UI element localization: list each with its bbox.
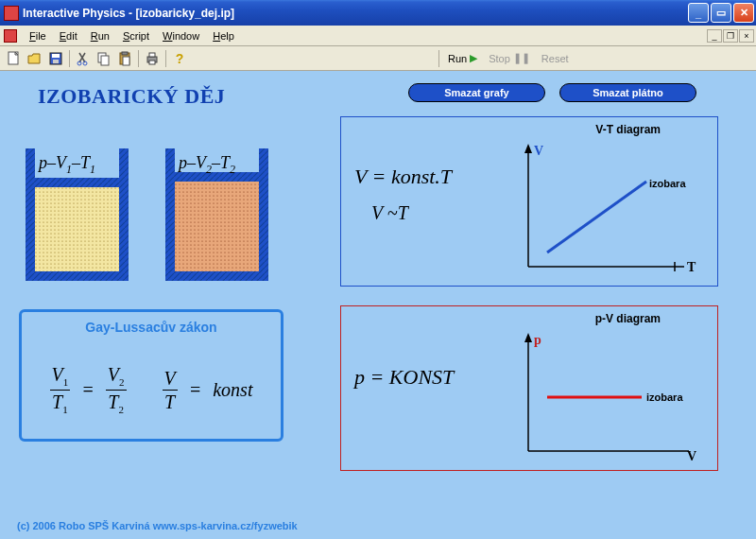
cylinder-2: p–V2–T2	[163, 148, 271, 283]
app-icon	[4, 6, 19, 21]
clear-canvas-button[interactable]: Smazat plátno	[559, 83, 696, 102]
menu-script[interactable]: Script	[116, 28, 156, 43]
svg-rect-16	[35, 186, 119, 271]
vt-formula-2: V ~T	[371, 202, 452, 224]
pv-formula-1: p = KONST	[354, 365, 454, 390]
pv-formula: p = KONST	[354, 365, 454, 390]
pv-graph: p V izobara	[509, 333, 698, 465]
save-file-icon[interactable]	[46, 49, 65, 68]
toolbar-separator	[138, 50, 139, 67]
svg-rect-21	[175, 181, 259, 271]
menu-help[interactable]: Help	[206, 28, 241, 43]
toolbar: ? Run▶ Stop❚❚ Reset	[0, 46, 756, 71]
minimize-button[interactable]: _	[688, 3, 709, 23]
cylinder-1-label: p–V1–T1	[39, 153, 95, 177]
svg-rect-3	[53, 60, 59, 63]
run-button[interactable]: Run▶	[442, 50, 483, 66]
cylinder-1: p–V1–T1	[23, 148, 131, 283]
run-label: Run	[448, 53, 467, 64]
konst-text: konst	[213, 379, 252, 401]
clear-graphs-button[interactable]: Smazat grafy	[408, 83, 545, 102]
menu-bar: File Edit Run Script Window Help _ ❐ ×	[0, 26, 756, 46]
menu-window[interactable]: Window	[156, 28, 206, 43]
law-equation: V1T1 = V2T2 VT = konst	[22, 365, 281, 415]
svg-rect-10	[123, 57, 129, 65]
cut-icon[interactable]	[74, 49, 93, 68]
print-icon[interactable]	[143, 49, 162, 68]
simulation-canvas: IZOBARICKÝ DĚJ Smazat grafy Smazat plátn…	[0, 71, 756, 539]
svg-rect-13	[149, 61, 155, 64]
law-box: Gay-Lussacův zákon V1T1 = V2T2 VT = kons…	[19, 309, 284, 442]
copy-icon[interactable]	[94, 49, 113, 68]
svg-line-28	[547, 182, 646, 252]
menu-run[interactable]: Run	[84, 28, 116, 43]
mdi-minimize-button[interactable]: _	[707, 29, 722, 43]
svg-rect-2	[52, 54, 60, 58]
toolbar-separator	[165, 50, 166, 67]
pv-x-axis-label: V	[687, 449, 696, 463]
mdi-system-icon[interactable]	[4, 29, 17, 43]
toolbar-separator	[438, 50, 439, 67]
vt-formula: V = konst.T V ~T	[354, 165, 452, 224]
window-title: Interactive Physics - [izobaricky_dej.ip…	[23, 7, 688, 20]
mdi-controls: _ ❐ ×	[707, 29, 754, 43]
svg-rect-12	[149, 53, 155, 57]
stop-button[interactable]: Stop❚❚	[483, 50, 536, 66]
help-icon[interactable]: ?	[170, 49, 189, 68]
window-controls: _ ▭ ✕	[688, 3, 754, 23]
pv-diagram-panel: p-V diagram p = KONST p V izobara	[340, 305, 718, 471]
menu-file[interactable]: File	[23, 28, 53, 43]
pause-icon: ❚❚	[513, 52, 530, 64]
maximize-button[interactable]: ▭	[711, 3, 731, 23]
pv-y-axis-label: p	[534, 333, 541, 347]
svg-marker-25	[524, 144, 532, 153]
vt-series-label: izobara	[649, 178, 686, 189]
svg-rect-9	[122, 52, 128, 55]
play-icon: ▶	[470, 52, 477, 64]
open-file-icon[interactable]	[26, 49, 44, 68]
mdi-close-button[interactable]: ×	[739, 29, 754, 43]
stop-label: Stop	[489, 53, 510, 64]
pv-title: p-V diagram	[595, 312, 661, 325]
reset-label: Reset	[541, 53, 569, 64]
vt-title: V-T diagram	[595, 123, 661, 136]
window-titlebar: Interactive Physics - [izobaricky_dej.ip…	[0, 0, 756, 26]
paste-icon[interactable]	[115, 49, 134, 68]
toolbar-separator	[69, 50, 70, 67]
vt-diagram-panel: V-T diagram V = konst.T V ~T V T izobara	[340, 116, 718, 287]
vt-y-axis-label: V	[534, 144, 543, 158]
close-button[interactable]: ✕	[733, 3, 754, 23]
cylinder-2-label: p–V2–T2	[179, 153, 235, 177]
svg-marker-30	[524, 333, 532, 342]
law-title: Gay-Lussacův zákon	[22, 320, 281, 335]
svg-rect-7	[101, 56, 109, 65]
new-file-icon[interactable]	[5, 49, 24, 68]
vt-graph: V T izobara	[509, 144, 698, 281]
vt-formula-1: V = konst.T	[354, 165, 452, 189]
mdi-restore-button[interactable]: ❐	[723, 29, 738, 43]
footer-credit: (c) 2006 Robo SPŠ Karviná www.sps-karvin…	[17, 520, 298, 531]
vt-x-axis-label: T	[687, 260, 696, 274]
reset-button[interactable]: Reset	[536, 51, 575, 66]
menu-edit[interactable]: Edit	[53, 28, 84, 43]
page-title: IZOBARICKÝ DĚJ	[38, 84, 225, 109]
pv-series-label: izobara	[646, 391, 683, 403]
